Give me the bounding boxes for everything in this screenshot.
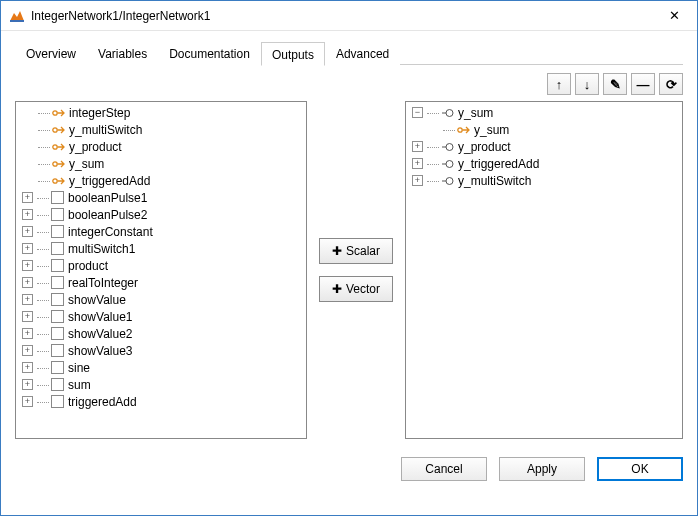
output-item[interactable]: +y_triggeredAdd [406, 155, 682, 172]
toolbar: ↑ ↓ ✎ — ⟳ [15, 65, 683, 101]
tree-block-item[interactable]: +booleanPulse2 [16, 206, 306, 223]
expand-icon[interactable]: + [22, 379, 33, 390]
tree-block-item[interactable]: +showValue3 [16, 342, 306, 359]
expand-icon[interactable]: + [22, 243, 33, 254]
tree-item-label: y_multiSwitch [458, 174, 531, 188]
expand-icon[interactable]: + [22, 362, 33, 373]
window-title: IntegerNetwork1/IntegerNetwork1 [31, 9, 652, 23]
svg-point-7 [458, 127, 462, 131]
output-icon [441, 158, 455, 170]
tab-outputs[interactable]: Outputs [261, 42, 325, 66]
expand-icon[interactable]: + [22, 192, 33, 203]
output-icon [441, 175, 455, 187]
refresh-button[interactable]: ⟳ [659, 73, 683, 95]
checkbox[interactable] [51, 293, 64, 306]
checkbox[interactable] [51, 208, 64, 221]
svg-point-2 [53, 127, 57, 131]
tree-item-label: y_sum [458, 106, 493, 120]
scalar-label: Scalar [346, 244, 380, 258]
apply-button[interactable]: Apply [499, 457, 585, 481]
tree-signal-item[interactable]: y_triggeredAdd [16, 172, 306, 189]
expand-icon[interactable]: + [22, 396, 33, 407]
tab-variables[interactable]: Variables [87, 41, 158, 65]
expand-icon[interactable]: + [22, 345, 33, 356]
tree-item-label: sine [68, 361, 90, 375]
tree-block-item[interactable]: +showValue1 [16, 308, 306, 325]
selected-outputs-tree[interactable]: −y_sumy_sum+y_product+y_triggeredAdd+y_m… [405, 101, 683, 439]
checkbox[interactable] [51, 310, 64, 323]
expand-icon[interactable]: + [412, 175, 423, 186]
checkbox[interactable] [51, 242, 64, 255]
app-icon [9, 8, 25, 24]
tree-block-item[interactable]: +sine [16, 359, 306, 376]
tree-block-item[interactable]: +showValue [16, 291, 306, 308]
expand-icon[interactable]: + [22, 311, 33, 322]
remove-button[interactable]: — [631, 73, 655, 95]
tree-signal-item[interactable]: integerStep [16, 104, 306, 121]
tree-block-item[interactable]: +integerConstant [16, 223, 306, 240]
tree-signal-item[interactable]: y_multiSwitch [16, 121, 306, 138]
tree-block-item[interactable]: +sum [16, 376, 306, 393]
dialog-footer: Cancel Apply OK [1, 439, 697, 495]
tree-item-label: y_sum [474, 123, 509, 137]
checkbox[interactable] [51, 276, 64, 289]
tree-block-item[interactable]: +product [16, 257, 306, 274]
checkbox[interactable] [51, 378, 64, 391]
tree-signal-item[interactable]: y_product [16, 138, 306, 155]
expand-icon[interactable]: + [412, 158, 423, 169]
add-scalar-button[interactable]: ✚ Scalar [319, 238, 393, 264]
tree-item-label: booleanPulse2 [68, 208, 147, 222]
tree-block-item[interactable]: +triggeredAdd [16, 393, 306, 410]
tree-item-label: y_sum [69, 157, 104, 171]
vector-label: Vector [346, 282, 380, 296]
tree-item-label: multiSwitch1 [68, 242, 135, 256]
checkbox[interactable] [51, 395, 64, 408]
move-up-button[interactable]: ↑ [547, 73, 571, 95]
expand-icon[interactable]: + [22, 294, 33, 305]
tree-block-item[interactable]: +showValue2 [16, 325, 306, 342]
tab-documentation[interactable]: Documentation [158, 41, 261, 65]
tree-item-label: showValue1 [68, 310, 133, 324]
output-item[interactable]: +y_product [406, 138, 682, 155]
tree-item-label: showValue [68, 293, 126, 307]
tab-overview[interactable]: Overview [15, 41, 87, 65]
signal-icon [52, 175, 66, 187]
expand-icon[interactable]: + [22, 226, 33, 237]
tree-item-label: integerStep [69, 106, 130, 120]
svg-rect-8 [446, 143, 453, 150]
edit-button[interactable]: ✎ [603, 73, 627, 95]
expand-icon[interactable]: − [412, 107, 423, 118]
expand-icon[interactable]: + [22, 328, 33, 339]
svg-rect-6 [446, 109, 453, 116]
expand-icon[interactable]: + [412, 141, 423, 152]
checkbox[interactable] [51, 259, 64, 272]
tree-item-label: sum [68, 378, 91, 392]
close-button[interactable]: ✕ [652, 1, 697, 30]
tree-block-item[interactable]: +booleanPulse1 [16, 189, 306, 206]
ok-button[interactable]: OK [597, 457, 683, 481]
middle-buttons: ✚ Scalar ✚ Vector [307, 101, 405, 439]
checkbox[interactable] [51, 225, 64, 238]
expand-icon[interactable]: + [22, 277, 33, 288]
output-item[interactable]: −y_sum [406, 104, 682, 121]
cancel-button[interactable]: Cancel [401, 457, 487, 481]
tab-advanced[interactable]: Advanced [325, 41, 400, 65]
tree-signal-item[interactable]: y_sum [16, 155, 306, 172]
checkbox[interactable] [51, 344, 64, 357]
checkbox[interactable] [51, 191, 64, 204]
svg-point-4 [53, 161, 57, 165]
output-child-item[interactable]: y_sum [406, 121, 682, 138]
tree-item-label: y_multiSwitch [69, 123, 142, 137]
checkbox[interactable] [51, 327, 64, 340]
tree-block-item[interactable]: +realToInteger [16, 274, 306, 291]
plus-icon: ✚ [332, 244, 342, 258]
tree-block-item[interactable]: +multiSwitch1 [16, 240, 306, 257]
expand-icon[interactable]: + [22, 260, 33, 271]
add-vector-button[interactable]: ✚ Vector [319, 276, 393, 302]
expand-icon[interactable]: + [22, 209, 33, 220]
tab-bar: Overview Variables Documentation Outputs… [15, 41, 683, 65]
move-down-button[interactable]: ↓ [575, 73, 599, 95]
checkbox[interactable] [51, 361, 64, 374]
available-outputs-tree[interactable]: integerStepy_multiSwitchy_producty_sumy_… [15, 101, 307, 439]
output-item[interactable]: +y_multiSwitch [406, 172, 682, 189]
